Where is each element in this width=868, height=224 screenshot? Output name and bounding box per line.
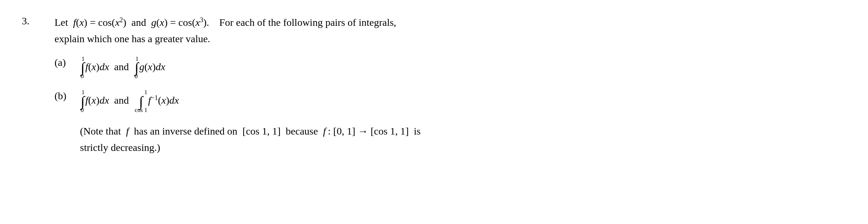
statement-line2: explain which one has a greater value. <box>55 33 210 44</box>
integral-b1: 1 ∫ 0 <box>81 89 85 113</box>
integral-a1: 1 ∫ 0 <box>81 56 85 80</box>
integral-a2: 1 ∫ 0 <box>135 56 139 80</box>
problem-container: 3. Let f(x) = cos(x2) and g(x) = cos(x3)… <box>0 11 868 160</box>
part-b-content: 1 ∫ 0 f(x)dx and 1 ∫ cos 1 f−1(x)dx <box>80 89 179 113</box>
integral-b2: 1 ∫ cos 1 <box>135 89 148 113</box>
part-b-label: (b) <box>55 89 80 102</box>
problem-statement: Let f(x) = cos(x2) and g(x) = cos(x3). F… <box>55 15 846 47</box>
part-a: (a) 1 ∫ 0 f(x)dx and 1 ∫ 0 g(x)dx <box>55 56 846 80</box>
part-b: (b) 1 ∫ 0 f(x)dx and 1 ∫ cos 1 f−1(x)dx <box>55 89 846 113</box>
note-line1: (Note that f has an inverse defined on [… <box>80 125 421 137</box>
part-a-label: (a) <box>55 56 80 68</box>
note-line2: strictly decreasing.) <box>80 142 160 153</box>
statement-text: Let f(x) = cos(x2) and g(x) = cos(x3). F… <box>55 17 396 28</box>
problem-content: Let f(x) = cos(x2) and g(x) = cos(x3). F… <box>55 15 846 156</box>
part-a-content: 1 ∫ 0 f(x)dx and 1 ∫ 0 g(x)dx <box>80 56 165 80</box>
problem-number: 3. <box>22 15 55 156</box>
note-content: (Note that f has an inverse defined on [… <box>80 123 846 156</box>
